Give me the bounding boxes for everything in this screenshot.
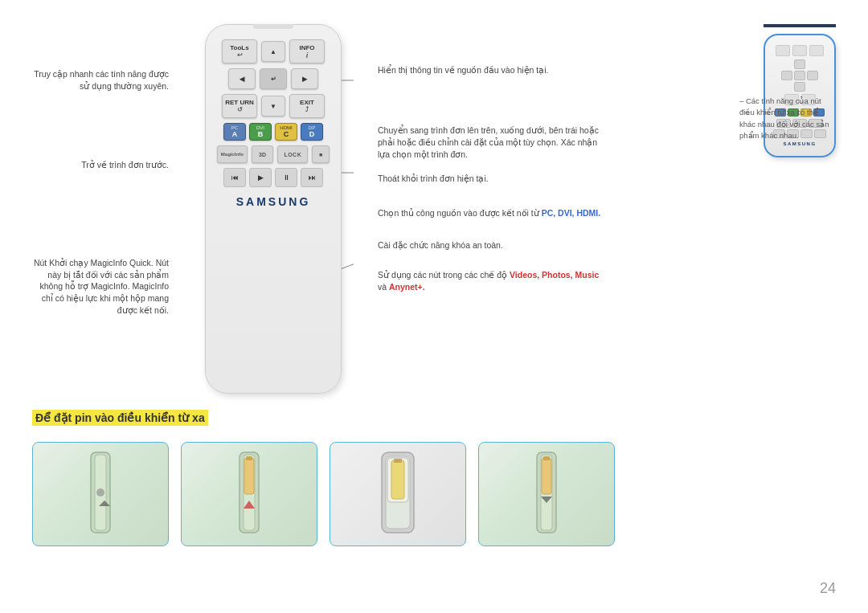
button-b[interactable]: DVI B bbox=[249, 123, 272, 141]
annotation-return: Trở về trình đơn trước. bbox=[32, 159, 169, 171]
right-panel-note: – Các tính năng của nút điều khiển từ xa… bbox=[739, 96, 836, 141]
annotation-exit: Thoát khỏi trình đơn hiện tại. bbox=[378, 173, 603, 185]
down-button[interactable]: ▼ bbox=[261, 96, 285, 116]
return-exit-row: RET URN ↺ ▼ EXIT ⤴ bbox=[217, 94, 330, 118]
annotation-tools: Truy cập nhanh các tính năng được sử dụn… bbox=[32, 68, 169, 92]
annotation-magicinfo: Nút Khởi chạy MagicInfo Quick. Nút này b… bbox=[32, 257, 169, 316]
mini-nav-left bbox=[781, 71, 792, 80]
remote-wrapper: TooLs ↩ ▲ INFO i ◀ ↵ ▶ bbox=[193, 24, 354, 394]
svg-rect-24 bbox=[244, 458, 254, 494]
tools-button[interactable]: TooLs ↩ bbox=[222, 39, 257, 63]
page-number: 24 bbox=[820, 580, 836, 597]
lock-button[interactable]: LOCK bbox=[277, 145, 308, 163]
mini-nav-empty-4 bbox=[807, 82, 818, 92]
button-c[interactable]: HDMI C bbox=[275, 123, 297, 141]
remote-control: TooLs ↩ ▲ INFO i ◀ ↵ ▶ bbox=[205, 24, 342, 394]
mini-btn-row-1 bbox=[773, 45, 826, 56]
svg-point-20 bbox=[96, 488, 104, 497]
section-title: Để đặt pin vào điều khiển từ xa bbox=[32, 410, 208, 426]
pin-image-1 bbox=[32, 442, 169, 546]
mini-nav-empty-2 bbox=[807, 59, 818, 69]
battery-svg-2 bbox=[217, 448, 281, 541]
battery-svg-3 bbox=[366, 448, 430, 541]
svg-rect-25 bbox=[246, 456, 252, 460]
left-button[interactable]: ◀ bbox=[228, 68, 256, 89]
info-button[interactable]: INFO i bbox=[289, 39, 325, 63]
top-bar-decoration bbox=[764, 24, 836, 27]
bottom-section: Để đặt pin vào điều khiển từ xa bbox=[32, 410, 836, 546]
left-annotations: Truy cập nhanh các tính năng được sử dụn… bbox=[32, 24, 177, 394]
media-row: ⏮ ▶ ⏸ ⏭ bbox=[217, 168, 330, 187]
page: Truy cập nhanh các tính năng được sử dụn… bbox=[0, 0, 868, 613]
mini-nav-down bbox=[794, 82, 805, 92]
button-d[interactable]: DP D bbox=[301, 123, 323, 141]
mini-btn-1 bbox=[776, 45, 790, 56]
mini-nav-center bbox=[794, 71, 805, 80]
up-button[interactable]: ▲ bbox=[261, 41, 285, 62]
mini-samsung-logo: SAMSUNG bbox=[773, 141, 826, 146]
stop-button[interactable]: ■ bbox=[312, 145, 330, 163]
3d-button[interactable]: 3D bbox=[252, 145, 274, 163]
annotation-nav: Chuyển sang trình đơn lên trên, xuống dư… bbox=[378, 125, 603, 161]
mini-nav-empty-1 bbox=[781, 59, 792, 69]
mini-btn-2 bbox=[792, 45, 807, 56]
pin-image-3 bbox=[330, 442, 466, 546]
mini-nav-empty-3 bbox=[781, 82, 792, 92]
mini-nav bbox=[773, 59, 826, 92]
right-remote-panel: SAMSUNG – Các tính năng của nút điều khi… bbox=[731, 24, 836, 394]
button-a[interactable]: PC A bbox=[223, 123, 246, 141]
pin-image-4 bbox=[478, 442, 615, 546]
pin-image-2 bbox=[181, 442, 317, 546]
enter-button[interactable]: ↵ bbox=[260, 68, 287, 89]
annotation-lock: Cài đặc chức năng khóa an toàn. bbox=[378, 239, 603, 251]
pause-button[interactable]: ⏸ bbox=[275, 168, 297, 187]
pin-images bbox=[32, 442, 836, 546]
right-button[interactable]: ▶ bbox=[291, 68, 318, 89]
battery-svg-4 bbox=[514, 448, 579, 541]
annotation-source: Chọn thủ công nguồn vào được kết nối từ … bbox=[378, 207, 603, 219]
samsung-logo: SAMSUNG bbox=[236, 195, 311, 208]
prev-button[interactable]: ⏮ bbox=[223, 168, 246, 187]
svg-rect-30 bbox=[391, 460, 404, 499]
svg-rect-31 bbox=[394, 459, 402, 463]
magicinfo-button[interactable]: MagicInfo bbox=[217, 145, 248, 163]
return-button[interactable]: RET URN ↺ bbox=[222, 94, 257, 118]
mini-nav-up bbox=[794, 59, 805, 69]
next-button[interactable]: ⏭ bbox=[301, 168, 323, 187]
top-section: Truy cập nhanh các tính năng được sử dụn… bbox=[32, 24, 836, 394]
battery-svg-1 bbox=[68, 448, 133, 541]
annotation-media: Sử dụng các nút trong các chế độ Videos,… bbox=[378, 269, 603, 293]
color-buttons-row: PC A DVI B HDMI C DP D bbox=[217, 123, 330, 141]
svg-rect-34 bbox=[542, 458, 551, 494]
right-annotations: Hiển thị thông tin về nguồn đầu vào hiện… bbox=[370, 24, 715, 394]
lr-row: ◀ ↵ ▶ bbox=[217, 68, 330, 89]
annotation-info: Hiển thị thông tin về nguồn đầu vào hiện… bbox=[378, 64, 603, 76]
exit-button[interactable]: EXIT ⤴ bbox=[289, 94, 325, 118]
util-row: MagicInfo 3D LOCK ■ bbox=[217, 145, 330, 163]
svg-rect-35 bbox=[543, 456, 550, 460]
tools-info-row: TooLs ↩ ▲ INFO i bbox=[217, 39, 330, 63]
mini-btn-3 bbox=[809, 45, 824, 56]
right-panel-content: SAMSUNG – Các tính năng của nút điều khi… bbox=[731, 24, 836, 157]
play-button[interactable]: ▶ bbox=[249, 168, 272, 187]
mini-nav-right bbox=[807, 71, 818, 80]
